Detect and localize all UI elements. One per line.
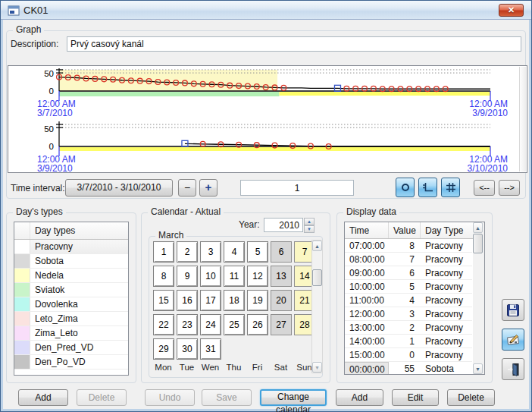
exit-button[interactable] (502, 358, 524, 380)
description-field[interactable] (67, 36, 521, 52)
calendar-day-cell[interactable]: 12 (247, 266, 268, 287)
scroll-left-button[interactable]: <-- (474, 180, 495, 196)
weekday-label: Thu (222, 363, 246, 372)
calendar-day-cell[interactable]: 19 (247, 290, 268, 311)
display-data-row[interactable]: 15:00:000Pracovny (345, 348, 472, 362)
grid-toggle-button[interactable] (441, 178, 460, 197)
svg-text:0: 0 (49, 86, 54, 96)
calendar-day-cell[interactable]: 4 (224, 241, 245, 263)
calendar-day-cell[interactable]: 11 (224, 266, 245, 287)
display-add-button[interactable]: Add (336, 389, 383, 406)
change-calendar-button[interactable]: Change calendar (260, 389, 327, 406)
chart-scrollbar[interactable] (519, 67, 526, 171)
calendar-scroll-up-icon[interactable]: ▲ (312, 241, 322, 251)
day-type-row[interactable]: Pracovny (14, 240, 128, 254)
display-delete-button[interactable]: Delete (447, 389, 495, 406)
year-spin-up[interactable]: ▲ (304, 218, 315, 225)
display-data-row[interactable]: 11:00:004Pracovny (345, 294, 472, 307)
display-cell-value: 2 (389, 321, 421, 334)
day-type-row[interactable]: Leto_Zima (14, 312, 128, 326)
zoom-out-button[interactable]: − (178, 179, 196, 197)
calendar-day-cell[interactable]: 9 (177, 266, 198, 287)
time-range-button[interactable]: 3/7/2010 - 3/10/2010 (65, 179, 173, 197)
calendar-day-cell[interactable]: 13 (271, 266, 292, 287)
svg-text:50: 50 (44, 124, 54, 134)
interval-step-input[interactable] (240, 180, 354, 196)
display-column-header[interactable]: Time (345, 222, 389, 238)
calendar-save-button[interactable]: Save (202, 389, 252, 406)
calendar-day-cell[interactable]: 20 (271, 290, 292, 311)
zoom-in-button[interactable]: + (199, 179, 217, 197)
svg-text:3/7/2010: 3/7/2010 (37, 108, 73, 118)
year-input[interactable] (264, 218, 303, 232)
markers-toggle-button[interactable] (396, 178, 415, 197)
calendar-day-cell[interactable]: 18 (224, 290, 245, 311)
day-type-color-swatch (14, 254, 30, 268)
weekday-label: Fri (246, 363, 269, 372)
title-bar[interactable]: CK01 ✕ (1, 1, 531, 20)
day-type-row[interactable]: Den_Po_VD (14, 355, 128, 370)
day-type-row[interactable]: Dovolenka (14, 297, 128, 312)
day-type-row[interactable]: Den_Pred_VD (14, 341, 128, 355)
year-spin-down[interactable]: ▼ (304, 225, 315, 233)
calendar-day-cell[interactable]: 6 (271, 241, 292, 263)
calendar-day-cell[interactable]: 26 (247, 314, 268, 335)
day-type-row[interactable]: Sobota (14, 254, 128, 269)
day-type-add-button[interactable]: Add (18, 389, 68, 406)
day-type-delete-button[interactable]: Delete (77, 389, 127, 406)
calendar-day-cell[interactable]: 8 (153, 266, 174, 287)
display-cell-daytype: Pracovny (421, 253, 472, 266)
display-column-header[interactable]: Value (389, 222, 421, 238)
calendar-scrollbar[interactable]: ▲ ▼ (311, 240, 323, 373)
card-pencil-icon (506, 333, 521, 347)
calendar-day-cell[interactable]: 29 (153, 338, 174, 360)
calendar-day-cell[interactable]: 1 (153, 241, 174, 263)
display-cell-value: 1 (389, 335, 421, 348)
display-data-row[interactable]: 00:00:0055Sobota (345, 362, 472, 375)
display-data-row[interactable]: 09:00:006Pracovny (345, 266, 472, 280)
display-scroll-up-icon[interactable]: ▲ (473, 222, 483, 233)
display-data-row[interactable]: 14:00:001Pracovny (345, 335, 472, 348)
close-button[interactable]: ✕ (499, 4, 524, 17)
display-cell-value: 8 (389, 239, 421, 252)
calendar-day-cell[interactable]: 10 (200, 266, 221, 287)
day-type-row[interactable]: Zima_Leto (14, 326, 128, 341)
display-data-row[interactable]: 08:00:007Pracovny (345, 253, 472, 266)
calendar-day-cell[interactable]: 3 (200, 241, 221, 263)
display-data-row[interactable]: 07:00:008Pracovny (345, 239, 472, 253)
display-cell-daytype: Pracovny (421, 266, 472, 279)
save-file-button[interactable] (502, 299, 524, 321)
description-label: Description: (11, 39, 58, 49)
day-type-color-swatch (14, 240, 30, 253)
calendar-day-cell[interactable]: 2 (177, 241, 198, 263)
edit-calendar-card-button[interactable] (502, 329, 524, 351)
axes-toggle-button[interactable] (418, 178, 437, 197)
display-data-row[interactable]: 12:00:003Pracovny (345, 307, 472, 321)
calendar-day-cell[interactable]: 15 (153, 290, 174, 311)
day-type-row[interactable]: Sviatok (14, 283, 128, 297)
calendar-scroll-down-icon[interactable]: ▼ (312, 362, 322, 373)
display-scrollbar[interactable]: ▲ ▼ (473, 222, 484, 374)
calendar-day-cell[interactable]: 24 (200, 314, 221, 335)
calendar-day-cell[interactable]: 23 (177, 314, 198, 335)
display-scroll-down-icon[interactable]: ▼ (473, 363, 483, 374)
calendar-day-cell[interactable]: 22 (153, 314, 174, 335)
calendar-day-cell[interactable]: 31 (200, 338, 221, 360)
calendar-day-cell[interactable]: 5 (247, 241, 268, 263)
circle-marker-icon (402, 184, 409, 191)
display-edit-button[interactable]: Edit (392, 389, 439, 406)
calendar-day-cell[interactable]: 16 (177, 290, 198, 311)
calendar-undo-button[interactable]: Undo (145, 389, 195, 406)
calendar-day-cell[interactable]: 17 (200, 290, 221, 311)
scroll-right-button[interactable]: --> (499, 180, 520, 196)
display-data-row[interactable]: 10:00:005Pracovny (345, 280, 472, 294)
calendar-scroll-thumb[interactable] (312, 269, 322, 286)
display-scroll-thumb[interactable] (473, 234, 483, 253)
day-type-row[interactable]: Nedela (14, 269, 128, 283)
display-cell-daytype: Pracovny (421, 294, 472, 307)
calendar-day-cell[interactable]: 25 (224, 314, 245, 335)
day-type-name: Leto_Zima (30, 312, 128, 326)
display-data-row[interactable]: 13:00:002Pracovny (345, 321, 472, 335)
calendar-day-cell[interactable]: 30 (177, 338, 198, 360)
calendar-day-cell[interactable]: 27 (271, 314, 292, 335)
